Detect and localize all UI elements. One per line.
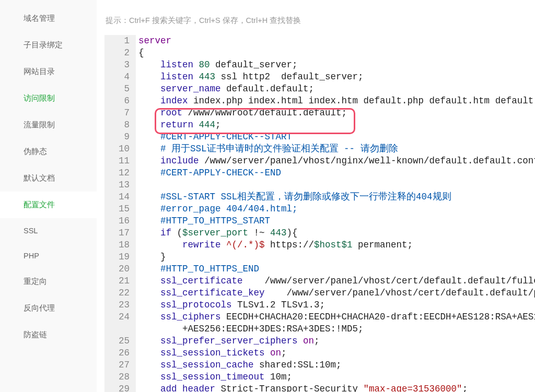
code-line[interactable]: #error_page 404/404.html; — [138, 203, 535, 215]
line-number: 7 — [109, 107, 130, 119]
line-number: 12 — [109, 167, 130, 179]
code-line[interactable]: listen 80 default_server; — [138, 59, 535, 71]
sidebar-item-0[interactable]: 域名管理 — [0, 5, 97, 32]
line-number — [109, 323, 130, 335]
code-line[interactable]: if ($server_port !~ 443){ — [138, 227, 535, 239]
line-number: 2 — [109, 47, 130, 59]
config-editor[interactable]: 1234567891011121314151617181920212223242… — [104, 35, 535, 392]
line-gutter: 1234567891011121314151617181920212223242… — [104, 35, 136, 392]
line-number: 29 — [109, 383, 130, 392]
sidebar-item-12[interactable]: 防盗链 — [0, 322, 97, 348]
code-line[interactable]: rewrite ^(/.*)$ https://$host$1 permanen… — [138, 239, 535, 251]
line-number: 25 — [109, 335, 130, 347]
line-number: 28 — [109, 371, 130, 383]
line-number: 15 — [109, 203, 130, 215]
line-number: 9 — [109, 131, 130, 143]
code-line[interactable]: ssl_session_timeout 10m; — [138, 371, 535, 383]
line-number: 16 — [109, 215, 130, 227]
line-number: 5 — [109, 83, 130, 95]
line-number: 11 — [109, 155, 130, 167]
sidebar-item-6[interactable]: 默认文档 — [0, 165, 97, 192]
code-line[interactable]: server — [138, 35, 535, 47]
code-line[interactable]: ssl_certificate /www/server/panel/vhost/… — [138, 275, 535, 287]
sidebar: 域名管理子目录绑定网站目录访问限制流量限制伪静态默认文档配置文件SSLPHP重定… — [0, 0, 97, 392]
code-area[interactable]: server{ listen 80 default_server; listen… — [136, 35, 535, 392]
code-line[interactable]: return 444; — [138, 119, 535, 131]
line-number: 4 — [109, 71, 130, 83]
code-line[interactable]: add_header Strict-Transport-Security "ma… — [138, 383, 535, 392]
sidebar-item-1[interactable]: 子目录绑定 — [0, 32, 97, 58]
line-number: 17 — [109, 227, 130, 239]
code-line[interactable]: # 用于SSL证书申请时的文件验证相关配置 -- 请勿删除 — [138, 143, 535, 155]
line-number: 8 — [109, 119, 130, 131]
editor-hint: 提示：Ctrl+F 搜索关键字，Ctrl+S 保存，Ctrl+H 查找替换 — [104, 16, 535, 26]
sidebar-item-8[interactable]: SSL — [0, 218, 97, 243]
line-number: 14 — [109, 191, 130, 203]
code-line[interactable]: #CERT-APPLY-CHECK--START — [138, 131, 535, 143]
line-number: 22 — [109, 287, 130, 299]
code-line[interactable]: } — [138, 251, 535, 263]
code-line[interactable]: #CERT-APPLY-CHECK--END — [138, 167, 535, 179]
main-panel: 提示：Ctrl+F 搜索关键字，Ctrl+S 保存，Ctrl+H 查找替换 12… — [97, 0, 535, 392]
code-line[interactable]: #HTTP_TO_HTTPS_END — [138, 263, 535, 275]
sidebar-item-7[interactable]: 配置文件 — [0, 192, 97, 218]
code-line[interactable]: ssl_prefer_server_ciphers on; — [138, 335, 535, 347]
code-line[interactable]: ssl_session_tickets on; — [138, 347, 535, 359]
code-line[interactable]: index index.php index.html index.htm def… — [138, 95, 535, 107]
code-line[interactable]: include /www/server/panel/vhost/nginx/we… — [138, 155, 535, 167]
code-line[interactable]: ssl_protocols TLSv1.2 TLSv1.3; — [138, 299, 535, 311]
line-number: 23 — [109, 299, 130, 311]
sidebar-item-10[interactable]: 重定向 — [0, 268, 97, 295]
code-line[interactable]: ssl_session_cache shared:SSL:10m; — [138, 359, 535, 371]
line-number: 24 — [109, 311, 130, 323]
code-line[interactable]: ssl_ciphers EECDH+CHACHA20:EECDH+CHACHA2… — [138, 311, 535, 323]
code-line[interactable]: server_name default.default; — [138, 83, 535, 95]
sidebar-item-5[interactable]: 伪静态 — [0, 138, 97, 165]
code-line[interactable]: +AES256:EECDH+3DES:RSA+3DES:!MD5; — [138, 323, 535, 335]
line-number: 19 — [109, 251, 130, 263]
line-number: 20 — [109, 263, 130, 275]
line-number: 26 — [109, 347, 130, 359]
line-number: 21 — [109, 275, 130, 287]
line-number: 1 — [109, 35, 130, 47]
line-number: 6 — [109, 95, 130, 107]
line-number: 13 — [109, 179, 130, 191]
code-line[interactable]: { — [138, 47, 535, 59]
sidebar-item-9[interactable]: PHP — [0, 243, 97, 268]
line-number: 3 — [109, 59, 130, 71]
code-line[interactable] — [138, 179, 535, 191]
line-number: 18 — [109, 239, 130, 251]
line-number: 27 — [109, 359, 130, 371]
sidebar-item-3[interactable]: 访问限制 — [0, 85, 97, 112]
sidebar-item-4[interactable]: 流量限制 — [0, 112, 97, 138]
code-line[interactable]: #SSL-START SSL相关配置，请勿删除或修改下一行带注释的404规则 — [138, 191, 535, 203]
sidebar-item-2[interactable]: 网站目录 — [0, 58, 97, 85]
line-number: 10 — [109, 143, 130, 155]
code-line[interactable]: root /www/wwwroot/default.default; — [138, 107, 535, 119]
code-line[interactable]: #HTTP_TO_HTTPS_START — [138, 215, 535, 227]
code-line[interactable]: listen 443 ssl http2 default_server; — [138, 71, 535, 83]
sidebar-item-11[interactable]: 反向代理 — [0, 295, 97, 322]
code-line[interactable]: ssl_certificate_key /www/server/panel/vh… — [138, 287, 535, 299]
